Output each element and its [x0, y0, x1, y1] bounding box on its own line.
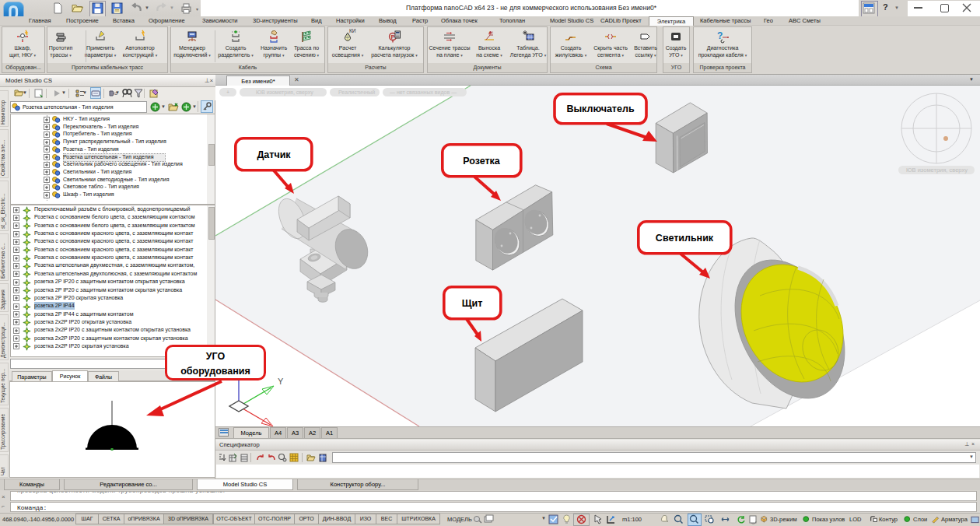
svg-text:+: +: [226, 89, 229, 95]
svg-text:— нет связанных видов —: — нет связанных видов —: [390, 89, 457, 96]
svg-text:Реалистичный: Реалистичный: [338, 89, 375, 95]
svg-text:Светильник: Светильник: [656, 233, 714, 244]
svg-text:ЮВ изометрия, сверху: ЮВ изометрия, сверху: [906, 167, 968, 174]
svg-text:Розетка: Розетка: [463, 156, 501, 167]
svg-text:Датчик: Датчик: [257, 149, 291, 160]
svg-text:Аб: Аб: [489, 30, 494, 34]
svg-text:Y: Y: [278, 377, 284, 386]
svg-text:Щит: Щит: [462, 298, 483, 309]
svg-text:Выключатель: Выключатель: [566, 103, 634, 114]
svg-text:ЮВ изометрия, сверху: ЮВ изометрия, сверху: [256, 89, 313, 96]
